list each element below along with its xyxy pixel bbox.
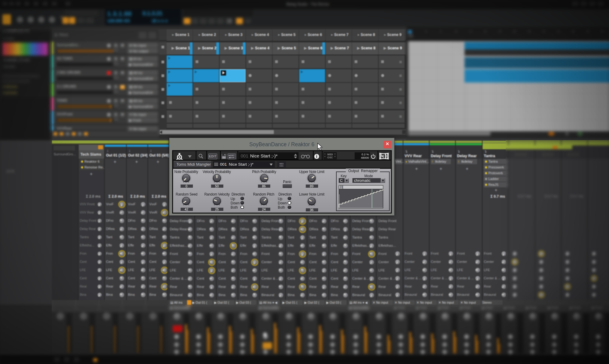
svg-text:D: D: [340, 186, 342, 189]
svg-text:HOST: HOST: [228, 154, 235, 157]
